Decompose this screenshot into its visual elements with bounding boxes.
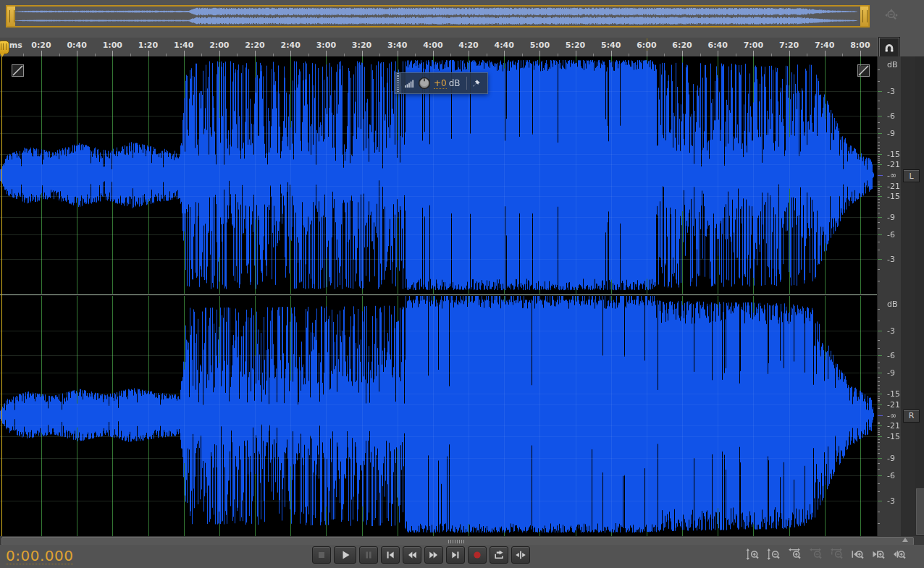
volume-bars-icon (404, 78, 415, 88)
db-tick (878, 133, 882, 134)
timeline-major-tick (255, 51, 256, 56)
transport-skip-selection-button[interactable] (511, 546, 530, 564)
transport-record-button[interactable] (468, 546, 487, 564)
transport-pause-button[interactable] (359, 546, 378, 564)
zoom-in-out-point-button[interactable] (872, 548, 885, 561)
db-tick (878, 160, 880, 161)
db-tick-label: -6 (887, 111, 895, 120)
db-tick-label: -9 (887, 368, 895, 378)
db-tick (878, 428, 880, 429)
transport-prev-button[interactable] (381, 546, 400, 564)
channel-L-button[interactable]: L (903, 169, 920, 182)
overview-left-handle[interactable] (7, 7, 15, 26)
channel-R-button[interactable]: R (903, 410, 920, 423)
db-tick (878, 162, 880, 163)
db-tick (878, 169, 880, 169)
db-tick (878, 164, 882, 165)
zoom-to-selection-icon (893, 548, 906, 561)
db-tick (878, 436, 882, 437)
db-tick-label: -15 (887, 149, 900, 158)
db-tick (878, 362, 880, 363)
db-tick-label: -3 (887, 496, 895, 506)
timeline-major-tick (753, 51, 754, 56)
timeline-label: 1:00 (103, 41, 122, 50)
db-tick (878, 269, 880, 270)
db-tick (878, 196, 882, 197)
overview-right-handle[interactable] (860, 7, 868, 26)
db-tick (878, 250, 880, 250)
db-tick (878, 381, 880, 382)
db-tick (878, 91, 882, 92)
timeline-label: 0:40 (67, 41, 86, 50)
transport-loop-button[interactable] (490, 546, 508, 564)
snap-magnet-button[interactable] (879, 38, 899, 57)
db-tick (878, 491, 880, 492)
db-tick (878, 400, 880, 401)
playhead-pin[interactable] (0, 41, 9, 54)
transport-next-button[interactable] (446, 546, 465, 564)
db-tick (878, 402, 880, 402)
db-tick-label: -3 (887, 326, 895, 336)
timeline-major-tick (825, 51, 826, 56)
zoom-out-full-button (830, 548, 843, 561)
waveform-panel[interactable] (0, 56, 877, 536)
db-tick (878, 423, 880, 424)
db-tick (878, 523, 880, 524)
db-center-tick (878, 415, 883, 416)
zoom-in-amplitude-button[interactable] (746, 548, 759, 561)
transport-forward-button[interactable] (424, 546, 443, 564)
pin-icon[interactable] (471, 79, 481, 88)
timeline-label: 2:20 (245, 41, 264, 50)
zoom-in-time-button[interactable] (788, 548, 801, 561)
timeline-major-tick (362, 51, 363, 56)
fade-out-handle[interactable] (857, 64, 870, 77)
volume-hud[interactable]: +0 dB (395, 72, 488, 94)
scrollbar-grip-dots (448, 540, 466, 543)
db-tick (878, 69, 880, 70)
zoom-out-time-icon (809, 548, 822, 561)
gain-knob[interactable] (418, 77, 431, 90)
overview-waveform[interactable] (15, 7, 860, 26)
db-tick (878, 137, 880, 138)
db-tick (878, 501, 882, 501)
db-tick (878, 389, 880, 389)
timeline-major-tick (611, 51, 612, 56)
timeline-major-tick (290, 51, 291, 56)
db-tick (878, 145, 880, 146)
zoom-out-amplitude-button[interactable] (767, 548, 780, 561)
overview-navigator[interactable] (6, 5, 870, 27)
timeline-ruler[interactable]: hms 0:200:401:001:201:402:002:202:403:00… (0, 38, 877, 57)
timeline-label: 0:20 (31, 41, 51, 50)
db-tick (878, 377, 880, 378)
transport-play-button[interactable] (334, 546, 356, 564)
timeline-label: 5:20 (566, 41, 585, 50)
db-tick (878, 217, 882, 218)
timeline-label: 7:00 (744, 41, 763, 50)
db-tick (878, 355, 882, 356)
db-tick (878, 373, 882, 373)
amplitude-ruler[interactable]: dB-3-6-9-15-21-3-6-9-15-21-∞dB-3-6-9-15-… (877, 56, 901, 536)
time-display[interactable]: 0:00.000 (6, 548, 73, 564)
fade-in-handle[interactable] (12, 64, 24, 77)
vertical-scrollbar-thumb[interactable] (916, 488, 924, 535)
db-tick-label: -3 (887, 86, 895, 96)
transport-rewind-button[interactable] (403, 546, 421, 564)
timeline-major-tick (504, 51, 505, 56)
zoom-in-in-point-button[interactable] (851, 548, 864, 561)
timeline-major-tick (718, 51, 718, 56)
zoom-to-selection-button[interactable] (893, 548, 906, 561)
vertical-scrollbar[interactable] (915, 56, 924, 536)
waveform-display[interactable] (0, 56, 877, 536)
db-tick (878, 158, 880, 159)
hud-drag-handle[interactable] (395, 73, 401, 93)
horizontal-scrollbar[interactable] (0, 536, 924, 545)
db-tick (878, 151, 880, 152)
db-tick (878, 166, 880, 167)
gain-value[interactable]: +0 (434, 78, 447, 89)
timeline-major-tick (539, 51, 540, 56)
scroll-up-arrow[interactable] (902, 538, 908, 542)
db-tick (878, 407, 880, 407)
transport-stop-button[interactable] (312, 546, 331, 564)
timeline-label: 7:20 (779, 41, 799, 50)
zoom-toolbar (746, 548, 906, 561)
